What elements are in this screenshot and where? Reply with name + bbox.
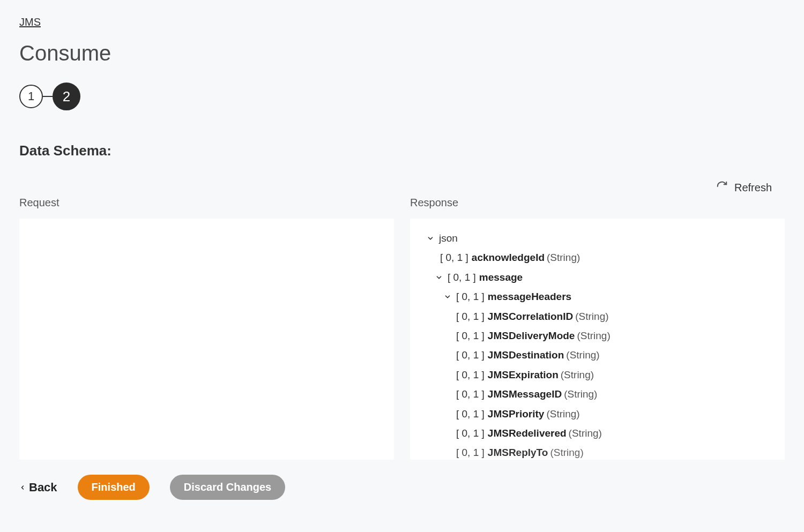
field-name: JMSExpiration <box>488 367 559 383</box>
chevron-left-icon <box>19 484 26 491</box>
tree-node-message[interactable]: [ 0, 1 ] message <box>434 269 770 286</box>
page-title: Consume <box>19 41 785 65</box>
step-1[interactable]: 1 <box>19 85 43 108</box>
tree-node-jmspriority[interactable]: [ 0, 1 ] JMSPriority (String) <box>456 406 770 422</box>
cardinality: [ 0, 1 ] <box>456 328 485 344</box>
chevron-down-icon[interactable] <box>425 235 436 242</box>
field-type: (String) <box>547 250 580 266</box>
field-type: (String) <box>575 309 608 325</box>
cardinality: [ 0, 1 ] <box>456 406 485 422</box>
tree-node-label: json <box>439 230 458 246</box>
response-panel: json [ 0, 1 ] acknowledgeId (String) [ 0… <box>410 219 785 460</box>
tree-node-jmsexpiration[interactable]: [ 0, 1 ] JMSExpiration (String) <box>456 367 770 383</box>
field-type: (String) <box>546 406 579 422</box>
request-label: Request <box>19 197 394 209</box>
field-name: message <box>479 269 523 286</box>
step-2[interactable]: 2 <box>53 83 80 110</box>
field-type: (String) <box>577 328 610 344</box>
cardinality: [ 0, 1 ] <box>440 250 468 266</box>
breadcrumb-jms[interactable]: JMS <box>19 16 41 28</box>
tree-node-json[interactable]: json <box>425 230 770 246</box>
request-panel <box>19 219 394 460</box>
field-name: JMSPriority <box>488 406 545 422</box>
tree-node-messageheaders[interactable]: [ 0, 1 ] messageHeaders <box>442 289 770 305</box>
field-name: JMSDeliveryMode <box>488 328 575 344</box>
tree-node-jmsreplyto[interactable]: [ 0, 1 ] JMSReplyTo (String) <box>456 445 770 460</box>
back-button[interactable]: Back <box>19 481 57 494</box>
section-title-data-schema: Data Schema: <box>19 143 785 159</box>
chevron-down-icon[interactable] <box>442 293 453 301</box>
chevron-down-icon[interactable] <box>434 274 444 281</box>
refresh-icon[interactable] <box>716 181 728 194</box>
cardinality: [ 0, 1 ] <box>456 347 485 363</box>
cardinality: [ 0, 1 ] <box>448 269 476 286</box>
stepper: 1 2 <box>19 83 785 110</box>
field-name: acknowledgeId <box>472 250 545 266</box>
tree-node-jmsdestination[interactable]: [ 0, 1 ] JMSDestination (String) <box>456 347 770 363</box>
finished-button[interactable]: Finished <box>78 475 150 500</box>
field-type: (String) <box>561 367 594 383</box>
field-type: (String) <box>566 347 599 363</box>
response-label: Response <box>410 197 785 209</box>
cardinality: [ 0, 1 ] <box>456 367 485 383</box>
cardinality: [ 0, 1 ] <box>456 445 485 460</box>
field-type: (String) <box>550 445 583 460</box>
field-name: JMSCorrelationID <box>488 309 573 325</box>
tree-node-jmsmessageid[interactable]: [ 0, 1 ] JMSMessageID (String) <box>456 386 770 402</box>
discard-changes-button[interactable]: Discard Changes <box>170 475 285 500</box>
field-name: JMSRedelivered <box>488 425 567 441</box>
field-type: (String) <box>569 425 602 441</box>
back-label: Back <box>29 481 57 494</box>
refresh-button[interactable]: Refresh <box>734 182 772 194</box>
cardinality: [ 0, 1 ] <box>456 386 485 402</box>
field-name: messageHeaders <box>488 289 571 305</box>
cardinality: [ 0, 1 ] <box>456 289 485 305</box>
step-connector <box>43 96 53 97</box>
tree-node-acknowledgeid[interactable]: [ 0, 1 ] acknowledgeId (String) <box>440 250 770 266</box>
field-name: JMSDestination <box>488 347 564 363</box>
cardinality: [ 0, 1 ] <box>456 425 485 441</box>
field-name: JMSReplyTo <box>488 445 548 460</box>
tree-node-jmsredelivered[interactable]: [ 0, 1 ] JMSRedelivered (String) <box>456 425 770 441</box>
field-name: JMSMessageID <box>488 386 562 402</box>
tree-node-jmscorrelationid[interactable]: [ 0, 1 ] JMSCorrelationID (String) <box>456 309 770 325</box>
cardinality: [ 0, 1 ] <box>456 309 485 325</box>
field-type: (String) <box>564 386 597 402</box>
tree-node-jmsdeliverymode[interactable]: [ 0, 1 ] JMSDeliveryMode (String) <box>456 328 770 344</box>
